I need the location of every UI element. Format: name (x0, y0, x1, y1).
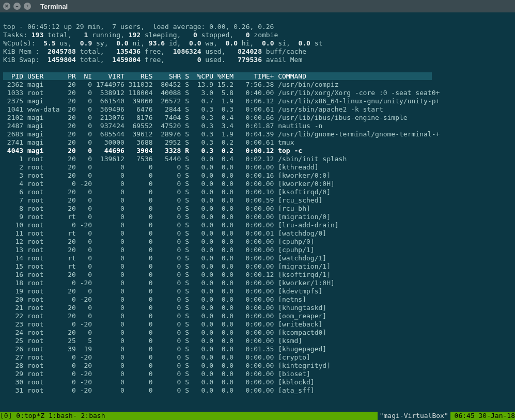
status-time: 06:45 30-Jan-18 (450, 412, 515, 420)
process-row: 2 root 20 0 0 0 0 S 0.0 0.0 0:00.00 [kth… (3, 163, 318, 171)
column-headers: PID USER PR NI VIRT RES SHR S %CPU %MEM … (3, 72, 432, 80)
process-row: 7 root 20 0 0 0 0 S 0.0 0.0 0:00.59 [rcu… (3, 196, 322, 204)
process-row: 23 root 0 -20 0 0 0 S 0.0 0.0 0:00.00 [w… (3, 320, 322, 328)
process-row: 12 root 20 0 0 0 0 S 0.0 0.0 0:00.00 [cp… (3, 238, 315, 245)
process-row: 28 root 0 -20 0 0 0 S 0.0 0.0 0:00.00 [k… (3, 362, 331, 369)
process-row: 2683 magi 20 0 685544 39612 28976 S 0.3 … (3, 130, 440, 138)
process-row: 14 root rt 0 0 0 0 S 0.0 0.0 0:00.00 [wa… (3, 254, 326, 262)
process-row: 2102 magi 20 0 213076 8176 7404 S 0.3 0.… (3, 114, 408, 121)
process-row: 6 root 20 0 0 0 0 S 0.0 0.0 0:00.10 [kso… (3, 188, 331, 196)
process-row: 4043 magi 20 0 44696 3904 3328 R 0.3 0.2… (3, 147, 302, 154)
minimize-icon[interactable]: – (13, 3, 21, 10)
summary-line-cpu: %Cpu(s): 5.5 us, 0.9 sy, 0.0 ni, 93.6 id… (3, 39, 322, 47)
process-row: 25 root 25 5 0 0 0 S 0.0 0.0 0:00.00 [ks… (3, 337, 302, 345)
process-row: 11 root rt 0 0 0 0 S 0.0 0.0 0:00.01 [wa… (3, 229, 326, 237)
status-host: "magi-VirtualBox" (380, 412, 448, 419)
tmux-status-bar[interactable]: [0] 0:top*Z 1:bash- 2:bash"magi-VirtualB… (0, 412, 515, 420)
process-row: 30 root 0 -20 0 0 0 S 0.0 0.0 0:00.00 [k… (3, 378, 315, 386)
process-row: 2375 magi 20 0 661540 39060 26572 S 0.7 … (3, 97, 440, 105)
process-row: 29 root 0 -20 0 0 0 S 0.0 0.0 0:00.00 [b… (3, 370, 310, 378)
process-row: 4 root 0 -20 0 0 0 S 0.0 0.0 0:00.00 [kw… (3, 180, 335, 188)
process-row: 19 root 20 0 0 0 0 S 0.0 0.0 0:00.00 [kd… (3, 287, 322, 295)
process-row: 9 root rt 0 0 0 0 S 0.0 0.0 0:00.00 [mig… (3, 213, 331, 221)
process-list: 2362 magi 20 0 1744976 311032 80452 S 13… (3, 81, 512, 395)
process-row: 13 root 20 0 0 0 0 S 0.0 0.0 0:00.00 [cp… (3, 246, 315, 254)
process-row: 15 root rt 0 0 0 0 S 0.0 0.0 0:00.00 [mi… (3, 262, 331, 270)
process-row: 22 root 20 0 0 0 0 S 0.0 0.0 0:00.00 [oo… (3, 312, 326, 320)
process-row: 1 root 20 0 139612 7536 5440 S 0.0 0.4 0… (3, 155, 347, 163)
titlebar[interactable]: ✕ – + Terminal (0, 0, 515, 12)
process-row: 16 root 20 0 0 0 0 S 0.0 0.0 0:00.12 [ks… (3, 271, 331, 278)
maximize-icon[interactable]: + (24, 3, 31, 10)
summary-line-mem: KiB Mem : 2045788 total, 135436 free, 10… (3, 48, 306, 55)
process-row: 8 root 20 0 0 0 0 S 0.0 0.0 0:00.00 [rcu… (3, 205, 310, 212)
status-left: [0] 0:top*Z 1:bash- 2:bash (0, 412, 105, 420)
process-row: 18 root 0 -20 0 0 0 S 0.0 0.0 0:00.00 [k… (3, 279, 335, 287)
blank-line (3, 64, 7, 72)
process-row: 2487 magi 20 0 937424 69552 47520 S 0.3 … (3, 122, 322, 130)
window-title: Terminal (40, 3, 68, 10)
process-row: 1033 root 20 0 538912 118004 40088 S 3.0… (3, 89, 440, 97)
summary-line-tasks: Tasks: 193 total, 1 running, 192 sleepin… (3, 31, 278, 39)
process-row: 1041 www-data 20 0 369496 6476 2844 S 0.… (3, 105, 383, 113)
summary-line-swap: KiB Swap: 1459804 total, 1459804 free, 0… (3, 56, 302, 64)
process-row: 3 root 20 0 0 0 0 S 0.0 0.0 0:00.16 [kwo… (3, 172, 331, 179)
process-row: 20 root 0 -20 0 0 0 S 0.0 0.0 0:00.00 [n… (3, 295, 306, 303)
terminal-content[interactable]: top - 06:45:12 up 29 min, 7 users, load … (0, 12, 515, 412)
process-row: 27 root 0 -20 0 0 0 S 0.0 0.0 0:00.00 [c… (3, 353, 310, 361)
process-row: 2741 magi 20 0 30000 3688 2952 S 0.3 0.2… (3, 138, 294, 146)
process-row: 24 root 20 0 0 0 0 S 0.0 0.0 0:00.00 [kc… (3, 329, 326, 336)
process-row: 21 root 20 0 0 0 0 S 0.0 0.0 0:00.00 [kh… (3, 304, 326, 312)
process-row: 26 root 39 19 0 0 0 S 0.0 0.0 0:01.35 [k… (3, 345, 326, 353)
summary-line-1: top - 06:45:12 up 29 min, 7 users, load … (3, 23, 274, 30)
close-icon[interactable]: ✕ (3, 3, 10, 10)
process-row: 31 root 0 -20 0 0 0 S 0.0 0.0 0:00.00 [a… (3, 386, 315, 394)
terminal-window: ✕ – + Terminal top - 06:45:12 up 29 min,… (0, 0, 515, 420)
process-row: 10 root 0 -20 0 0 0 S 0.0 0.0 0:00.00 [l… (3, 221, 339, 229)
process-row: 2362 magi 20 0 1744976 311032 80452 S 13… (3, 81, 339, 88)
